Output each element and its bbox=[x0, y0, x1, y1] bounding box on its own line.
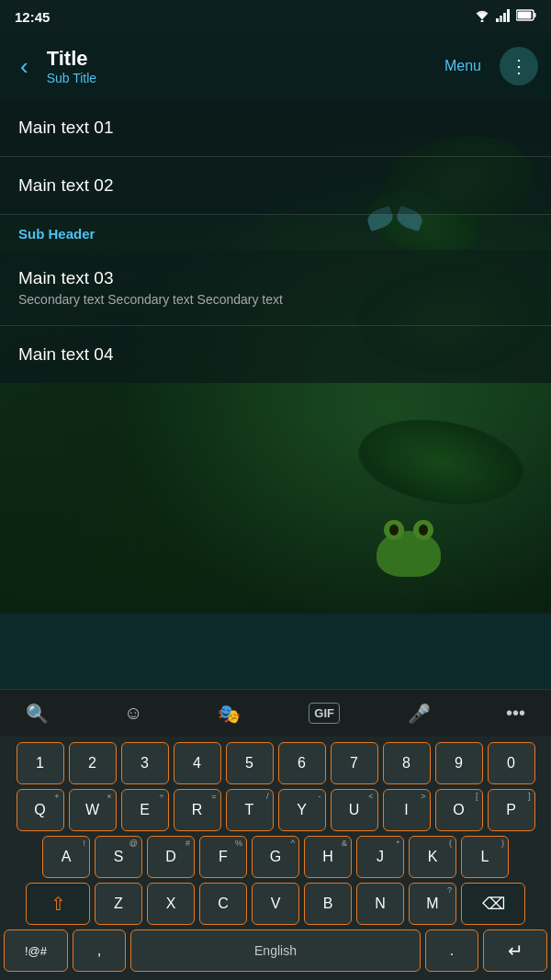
title-group: Title Sub Title bbox=[47, 47, 433, 85]
keyboard-keys: 1 2 3 4 5 6 7 8 9 0 +Q ×W ÷E =R /T -Y <U… bbox=[0, 737, 551, 980]
key-b[interactable]: B bbox=[304, 883, 352, 925]
svg-rect-6 bbox=[534, 13, 536, 17]
list-item-main-text: Main text 03 bbox=[18, 268, 533, 288]
list-item[interactable]: Main text 02 bbox=[0, 157, 551, 215]
search-tool-icon[interactable]: 🔍 bbox=[18, 695, 56, 732]
list-item[interactable]: Main text 03 Secondary text Secondary te… bbox=[0, 250, 551, 326]
frog-body bbox=[377, 531, 441, 577]
shift-key[interactable]: ⇧ bbox=[26, 883, 90, 925]
key-m[interactable]: ?M bbox=[409, 883, 456, 925]
key-p[interactable]: ]P bbox=[488, 789, 535, 831]
key-2[interactable]: 2 bbox=[69, 742, 117, 784]
key-0[interactable]: 0 bbox=[488, 742, 535, 784]
key-u[interactable]: <U bbox=[331, 789, 378, 831]
qwerty-row: +Q ×W ÷E =R /T -Y <U >I [O ]P bbox=[4, 789, 547, 831]
page-subtitle: Sub Title bbox=[47, 71, 433, 85]
svg-point-0 bbox=[481, 19, 484, 22]
wifi-icon bbox=[474, 9, 490, 25]
keyboard-toolbar: 🔍 ☺ 🎭 GIF 🎤 ••• bbox=[0, 689, 551, 737]
svg-rect-3 bbox=[503, 13, 506, 22]
key-i[interactable]: >I bbox=[383, 789, 431, 831]
key-h[interactable]: &H bbox=[304, 836, 352, 878]
voice-tool-icon[interactable]: 🎤 bbox=[400, 695, 438, 732]
frog-pupil-left bbox=[389, 524, 399, 535]
list-item-main-text: Main text 02 bbox=[18, 175, 533, 196]
more-tools-icon[interactable]: ••• bbox=[499, 695, 533, 731]
keyboard-area: 🔍 ☺ 🎭 GIF 🎤 ••• 1 2 3 4 5 6 7 8 9 0 +Q ×… bbox=[0, 689, 551, 980]
enter-key[interactable]: ↵ bbox=[483, 929, 547, 972]
key-9[interactable]: 9 bbox=[435, 742, 483, 784]
key-r[interactable]: =R bbox=[174, 789, 221, 831]
sub-header-text: Sub Header bbox=[18, 226, 95, 242]
key-7[interactable]: 7 bbox=[331, 742, 378, 784]
list-item-secondary-text: Secondary text Secondary text Secondary … bbox=[18, 292, 533, 307]
frog-eye-left bbox=[384, 520, 404, 540]
key-a[interactable]: !A bbox=[42, 836, 90, 878]
key-w[interactable]: ×W bbox=[69, 789, 117, 831]
key-c[interactable]: C bbox=[199, 883, 247, 925]
key-l[interactable]: )L bbox=[461, 836, 509, 878]
list-item-main-text: Main text 04 bbox=[18, 344, 533, 365]
key-1[interactable]: 1 bbox=[17, 742, 64, 784]
symbols-key[interactable]: !@# bbox=[4, 929, 68, 972]
frog-eye-right bbox=[413, 520, 433, 540]
battery-icon bbox=[516, 9, 536, 24]
key-q[interactable]: +Q bbox=[17, 789, 64, 831]
status-time: 12:45 bbox=[15, 9, 50, 25]
key-n[interactable]: N bbox=[356, 883, 404, 925]
list-item[interactable]: Main text 01 bbox=[0, 99, 551, 157]
zxcv-row: ⇧ Z X C V B N ?M ⌫ bbox=[4, 883, 547, 925]
key-4[interactable]: 4 bbox=[174, 742, 221, 784]
emoji-tool-icon[interactable]: ☺ bbox=[117, 695, 150, 731]
key-5[interactable]: 5 bbox=[226, 742, 274, 784]
dots-icon: ⋮ bbox=[510, 55, 529, 77]
page-title: Title bbox=[47, 47, 433, 71]
toolbar: ‹ Title Sub Title Menu ⋮ bbox=[0, 33, 551, 99]
back-button[interactable]: ‹ bbox=[13, 49, 36, 84]
list-item[interactable]: Main text 04 bbox=[0, 326, 551, 383]
key-t[interactable]: /T bbox=[226, 789, 274, 831]
list-container: Main text 01 Main text 02 Sub Header Mai… bbox=[0, 99, 551, 383]
status-bar: 12:45 bbox=[0, 0, 551, 33]
gif-tool-button[interactable]: GIF bbox=[309, 703, 340, 724]
key-g[interactable]: ^G bbox=[252, 836, 299, 878]
number-row: 1 2 3 4 5 6 7 8 9 0 bbox=[4, 742, 547, 784]
key-3[interactable]: 3 bbox=[121, 742, 169, 784]
svg-rect-2 bbox=[500, 16, 502, 22]
sub-header: Sub Header bbox=[0, 215, 551, 250]
svg-rect-1 bbox=[496, 18, 499, 22]
menu-button[interactable]: Menu bbox=[444, 58, 481, 74]
key-f[interactable]: %F bbox=[199, 836, 247, 878]
key-y[interactable]: -Y bbox=[278, 789, 326, 831]
space-key[interactable]: English bbox=[130, 929, 421, 972]
overflow-menu-button[interactable]: ⋮ bbox=[500, 47, 538, 85]
key-6[interactable]: 6 bbox=[278, 742, 326, 784]
key-s[interactable]: @S bbox=[95, 836, 142, 878]
period-key[interactable]: . bbox=[425, 929, 478, 972]
key-k[interactable]: (K bbox=[409, 836, 456, 878]
list-item-main-text: Main text 01 bbox=[18, 118, 533, 138]
key-z[interactable]: Z bbox=[95, 883, 142, 925]
key-e[interactable]: ÷E bbox=[121, 789, 169, 831]
content-area: Main text 01 Main text 02 Sub Header Mai… bbox=[0, 99, 551, 614]
status-icons bbox=[474, 9, 536, 25]
svg-rect-7 bbox=[518, 12, 532, 19]
backspace-key[interactable]: ⌫ bbox=[461, 883, 525, 925]
key-d[interactable]: #D bbox=[147, 836, 195, 878]
frog-pupil-right bbox=[419, 524, 428, 535]
signal-icon bbox=[496, 9, 511, 25]
comma-key[interactable]: , bbox=[73, 929, 126, 972]
svg-rect-4 bbox=[507, 9, 510, 22]
key-8[interactable]: 8 bbox=[383, 742, 431, 784]
key-j[interactable]: *J bbox=[356, 836, 404, 878]
frog-decoration bbox=[377, 531, 441, 577]
key-x[interactable]: X bbox=[147, 883, 195, 925]
asdf-row: !A @S #D %F ^G &H *J (K )L bbox=[4, 836, 547, 878]
key-v[interactable]: V bbox=[252, 883, 299, 925]
bottom-row: !@# , English . ↵ bbox=[4, 929, 547, 972]
sticker-tool-icon[interactable]: 🎭 bbox=[210, 695, 248, 732]
key-o[interactable]: [O bbox=[435, 789, 483, 831]
